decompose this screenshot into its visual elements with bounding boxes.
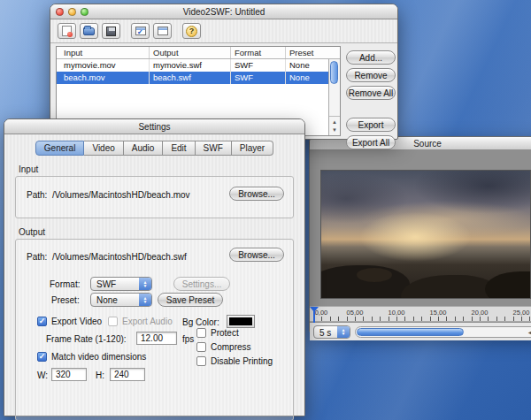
scrollbar-arrows[interactable]: ▲ ▼ <box>329 116 340 135</box>
match-dimensions-checkbox[interactable]: ✓ Match video dimensions <box>37 352 146 362</box>
zoom-button[interactable] <box>81 8 88 16</box>
scroll-up-icon[interactable]: ▲ <box>332 118 337 126</box>
scrollbar-thumb[interactable] <box>357 328 464 336</box>
compress-checkbox[interactable]: Compress <box>196 342 251 352</box>
bg-color-well[interactable] <box>227 315 255 328</box>
table-row[interactable]: mymovie.mov mymovie.swf SWF None <box>57 59 340 72</box>
checkbox-box: ✓ <box>37 352 47 362</box>
timeline-label: 15,00 <box>430 309 447 317</box>
timeline-label: 05,00 <box>347 309 364 317</box>
checkbox-box <box>196 342 206 352</box>
source-window: Source 0,00 05,00 10,00 15,00 20,00 25,0… <box>309 136 531 332</box>
preview-window-icon <box>158 27 168 35</box>
open-button[interactable] <box>80 23 98 39</box>
main-window-title: Video2SWF: Untitled <box>50 7 397 17</box>
help-icon: ? <box>186 26 197 37</box>
video-preview <box>320 170 531 299</box>
timeline-label: 25,00 <box>513 309 530 317</box>
input-group-label: Input <box>19 164 304 174</box>
table-header: Input Output Format Preset <box>57 47 340 59</box>
zoom-value: 5 s <box>314 326 337 338</box>
preset-dropdown[interactable]: None ▲▼ <box>90 293 152 307</box>
tab-edit[interactable]: Edit <box>163 141 195 156</box>
export-video-checkbox[interactable]: ✓ Export Video <box>37 317 102 326</box>
tab-video[interactable]: Video <box>84 141 123 156</box>
rock-shape <box>357 268 392 282</box>
input-path: Path: /Volumes/MacintoshHD/beach.mov <box>27 190 190 200</box>
source-content: 0,00 05,00 10,00 15,00 20,00 25,00 5 s ▲… <box>310 150 531 332</box>
export-button[interactable]: Export <box>346 118 396 132</box>
add-button[interactable]: Add... <box>346 50 396 65</box>
settings-titlebar[interactable]: Settings <box>4 119 304 134</box>
popup-arrows-icon: ▲▼ <box>139 294 151 306</box>
column-header-format: Format <box>231 47 286 58</box>
checkbox-box: ✓ <box>37 317 47 326</box>
tab-swf[interactable]: SWF <box>196 141 232 156</box>
fps-label: fps <box>182 334 194 344</box>
save-disk-icon <box>106 27 116 36</box>
rock-shape <box>485 271 531 299</box>
side-buttons: Add... Remove Remove All Export Export A… <box>346 50 396 149</box>
open-folder-icon <box>83 27 95 35</box>
playhead-handle-icon[interactable] <box>310 307 319 312</box>
transport-bar: 5 s ▲▼ ◀ ▶ <box>310 323 531 340</box>
width-field[interactable]: 320 <box>51 368 87 381</box>
frame-rate-label: Frame Rate (1-120): <box>46 334 127 344</box>
output-browse-button[interactable]: Browse... <box>229 248 284 262</box>
remove-button[interactable]: Remove <box>346 68 396 82</box>
format-dropdown[interactable]: SWF ▲▼ <box>90 277 152 291</box>
timeline-scrollbar[interactable]: ◀ ▶ <box>355 326 531 338</box>
settings-window-title: Settings <box>4 122 304 132</box>
timeline-ruler[interactable]: 0,00 05,00 10,00 15,00 20,00 25,00 <box>310 306 531 322</box>
timeline-zoom-dropdown[interactable]: 5 s ▲▼ <box>313 325 350 339</box>
timeline-label: 10,00 <box>389 309 405 317</box>
timeline-ticks <box>313 317 531 321</box>
export-audio-checkbox: Export Audio <box>108 317 173 326</box>
window-controls <box>56 8 88 16</box>
settings-window-icon: ✓ <box>135 27 146 35</box>
checkbox-box <box>196 356 206 366</box>
table-row-selected[interactable]: beach.mov beach.swf SWF None <box>57 72 340 84</box>
settings-content: General Video Audio Edit SWF Player Inpu… <box>4 134 304 416</box>
add-file-button[interactable] <box>58 23 76 39</box>
preview-toolbar-button[interactable] <box>153 23 172 39</box>
output-path: Path: /Volumes/MacintoshHD/beach.swf <box>27 252 187 262</box>
remove-all-button[interactable]: Remove All <box>346 86 396 100</box>
scroll-down-icon[interactable]: ▼ <box>332 126 337 134</box>
desktop: { "icons": { "check": "✓", "arrow_up": "… <box>0 0 531 420</box>
tab-general[interactable]: General <box>35 141 85 156</box>
column-header-input: Input <box>57 47 150 58</box>
help-button[interactable]: ? <box>182 23 201 39</box>
popup-arrows-icon: ▲▼ <box>139 278 151 290</box>
height-label: H: <box>96 370 104 380</box>
save-preset-button[interactable]: Save Preset <box>158 293 223 307</box>
minimize-button[interactable] <box>68 8 76 16</box>
main-titlebar[interactable]: Video2SWF: Untitled <box>50 4 397 19</box>
close-button[interactable] <box>56 8 64 16</box>
preset-label: Preset: <box>51 295 80 305</box>
tab-audio[interactable]: Audio <box>124 141 164 156</box>
protect-checkbox[interactable]: Protect <box>196 328 239 338</box>
output-group: Path: /Volumes/MacintoshHD/beach.swf Bro… <box>15 239 294 420</box>
table-scrollbar[interactable]: ▲ ▼ <box>328 59 340 135</box>
scrollbar-thumb[interactable] <box>330 61 338 84</box>
tab-player[interactable]: Player <box>232 141 273 156</box>
column-header-output: Output <box>150 47 231 58</box>
settings-toolbar-button[interactable]: ✓ <box>131 23 150 39</box>
output-group-label: Output <box>19 227 304 237</box>
settings-window: Settings General Video Audio Edit SWF Pl… <box>4 118 305 416</box>
width-label: W: <box>37 370 48 380</box>
height-field[interactable]: 240 <box>110 368 145 381</box>
toolbar: ✓ ? <box>50 19 397 43</box>
disable-printing-checkbox[interactable]: Disable Printing <box>196 356 273 366</box>
save-button[interactable] <box>102 23 120 39</box>
format-settings-button: Settings... <box>173 277 230 291</box>
export-all-button[interactable]: Export All <box>346 135 396 149</box>
timeline-label: 20,00 <box>472 309 489 317</box>
input-browse-button[interactable]: Browse... <box>229 187 284 201</box>
input-group: Path: /Volumes/MacintoshHD/beach.mov Bro… <box>15 176 294 218</box>
column-header-preset: Preset <box>286 47 340 58</box>
popup-arrows-icon: ▲▼ <box>337 326 350 338</box>
rock-shape <box>401 275 498 299</box>
frame-rate-field[interactable]: 12.00 <box>136 332 177 345</box>
